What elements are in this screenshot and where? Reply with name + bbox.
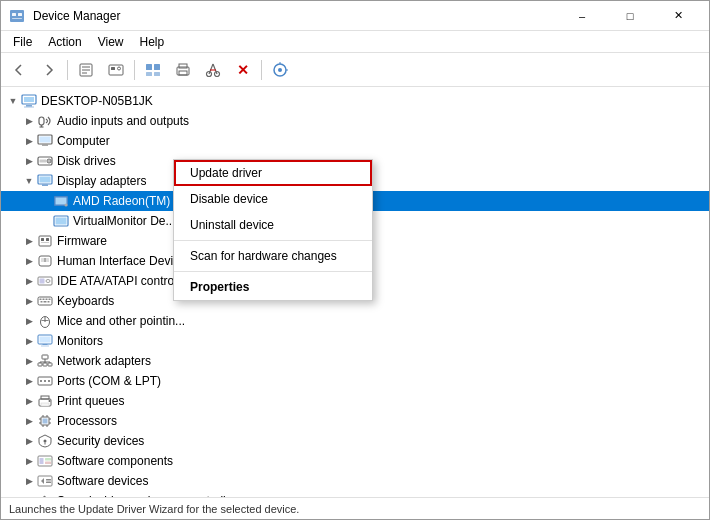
svg-rect-60 — [40, 299, 42, 301]
svg-rect-36 — [42, 145, 48, 147]
scan-button[interactable] — [266, 57, 294, 83]
properties-button[interactable] — [72, 57, 100, 83]
svg-rect-104 — [45, 458, 51, 461]
hid-expand-icon: ▶ — [21, 253, 37, 269]
context-menu-update[interactable]: Update driver — [174, 160, 372, 186]
svg-rect-45 — [56, 198, 67, 205]
svg-rect-2 — [18, 13, 22, 16]
svg-rect-14 — [154, 72, 160, 76]
menu-help[interactable]: Help — [132, 33, 173, 51]
menu-action[interactable]: Action — [40, 33, 89, 51]
tree-item-software[interactable]: ▶ Software components — [1, 451, 709, 471]
tree-item-audio[interactable]: ▶ Audio inputs and outputs — [1, 111, 709, 131]
tree-item-mice[interactable]: ▶ Mice and other pointin... — [1, 311, 709, 331]
ports-expand-icon: ▶ — [21, 373, 37, 389]
svg-rect-0 — [10, 10, 24, 22]
display-expand-icon: ▼ — [21, 173, 37, 189]
context-menu-uninstall[interactable]: Uninstall device — [174, 212, 372, 238]
delete-x-icon: ✕ — [237, 62, 249, 78]
security-label: Security devices — [57, 434, 144, 448]
svg-rect-74 — [42, 355, 48, 359]
svg-rect-107 — [46, 479, 51, 481]
context-menu-properties[interactable]: Properties — [174, 274, 372, 300]
delete-button[interactable]: ✕ — [229, 57, 257, 83]
show-hidden-button[interactable] — [139, 57, 167, 83]
hid-label: Human Interface Devic... — [57, 254, 189, 268]
tree-item-processors[interactable]: ▶ Processors — [1, 411, 709, 431]
title-bar-left: Device Manager — [9, 8, 120, 24]
svg-rect-1 — [12, 13, 16, 16]
software-components-label: Software components — [57, 454, 173, 468]
svg-rect-17 — [179, 71, 187, 75]
disk-expand-icon: ▶ — [21, 153, 37, 169]
svg-rect-71 — [40, 337, 51, 343]
tree-item-ports[interactable]: ▶ Ports (COM & LPT) — [1, 371, 709, 391]
disk-label: Disk drives — [57, 154, 116, 168]
toolbar: ✕ — [1, 53, 709, 87]
svg-rect-42 — [40, 177, 51, 183]
disable-device-label: Disable device — [190, 192, 268, 206]
virtualmonitor-icon — [53, 213, 69, 229]
svg-point-46 — [65, 204, 68, 207]
svg-rect-8 — [109, 65, 123, 75]
svg-point-83 — [40, 380, 42, 382]
svg-rect-3 — [12, 18, 22, 19]
svg-rect-31 — [39, 117, 44, 125]
monitors-icon — [37, 333, 53, 349]
disk-icon — [37, 153, 53, 169]
update-driver-label: Update driver — [190, 166, 262, 180]
network-label: Network adapters — [57, 354, 151, 368]
tree-item-network[interactable]: ▶ Network adapters — [1, 351, 709, 371]
tree-root[interactable]: ▼ DESKTOP-N05B1JK — [1, 91, 709, 111]
root-expand-icon: ▼ — [5, 93, 21, 109]
toolbar-sep2 — [134, 60, 135, 80]
menu-view[interactable]: View — [90, 33, 132, 51]
close-button[interactable]: ✕ — [655, 1, 701, 31]
properties-icon — [78, 62, 94, 78]
mice-label: Mice and other pointin... — [57, 314, 185, 328]
firmware-expand-icon: ▶ — [21, 233, 37, 249]
maximize-button[interactable]: □ — [607, 1, 653, 31]
root-computer-icon — [21, 93, 37, 109]
svg-point-84 — [44, 380, 46, 382]
tree-item-softwaredev[interactable]: ▶ Software devices — [1, 471, 709, 491]
minimize-button[interactable]: – — [559, 1, 605, 31]
svg-rect-40 — [40, 160, 47, 163]
audio-icon — [37, 113, 53, 129]
keyboard-icon — [37, 293, 53, 309]
context-menu-disable[interactable]: Disable device — [174, 186, 372, 212]
svg-rect-103 — [40, 458, 44, 464]
display-label: Display adapters — [57, 174, 146, 188]
toolbar-sep3 — [261, 60, 262, 80]
window-title: Device Manager — [33, 9, 120, 23]
keyboards-label: Keyboards — [57, 294, 114, 308]
svg-rect-88 — [41, 403, 49, 406]
svg-rect-29 — [26, 105, 32, 107]
tree-item-sound[interactable]: ▶ Sound, video and game controllers — [1, 491, 709, 497]
network-icon — [37, 353, 53, 369]
svg-rect-57 — [40, 279, 45, 284]
cut-button[interactable] — [199, 57, 227, 83]
tree-item-print[interactable]: ▶ Print queues — [1, 391, 709, 411]
drivers-button[interactable] — [102, 57, 130, 83]
tree-item-computer[interactable]: ▶ Computer — [1, 131, 709, 151]
print-button[interactable] — [169, 57, 197, 83]
monitors-label: Monitors — [57, 334, 103, 348]
tree-item-security[interactable]: ▶ Security devices — [1, 431, 709, 451]
context-menu-sep — [174, 240, 372, 241]
svg-rect-61 — [43, 299, 45, 301]
toolbar-sep1 — [67, 60, 68, 80]
tree-item-monitors[interactable]: ▶ Monitors — [1, 331, 709, 351]
svg-rect-62 — [46, 299, 48, 301]
svg-rect-106 — [38, 476, 52, 486]
forward-button[interactable] — [35, 57, 63, 83]
svg-rect-52 — [41, 242, 49, 243]
context-menu-sep2 — [174, 271, 372, 272]
audio-expand-icon: ▶ — [21, 113, 37, 129]
svg-rect-87 — [41, 396, 49, 399]
back-button[interactable] — [5, 57, 33, 83]
display-icon — [37, 173, 53, 189]
context-menu-scan[interactable]: Scan for hardware changes — [174, 243, 372, 269]
firmware-label: Firmware — [57, 234, 107, 248]
menu-file[interactable]: File — [5, 33, 40, 51]
